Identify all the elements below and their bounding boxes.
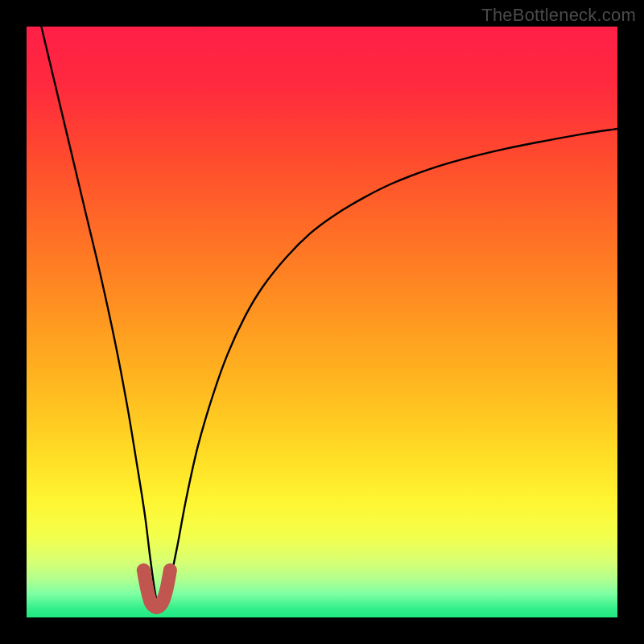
- outer-frame: TheBottleneck.com: [0, 0, 644, 644]
- plot-area: [27, 27, 617, 617]
- watermark-text: TheBottleneck.com: [481, 5, 636, 26]
- gradient-background: [27, 27, 617, 617]
- chart-svg: [27, 27, 617, 617]
